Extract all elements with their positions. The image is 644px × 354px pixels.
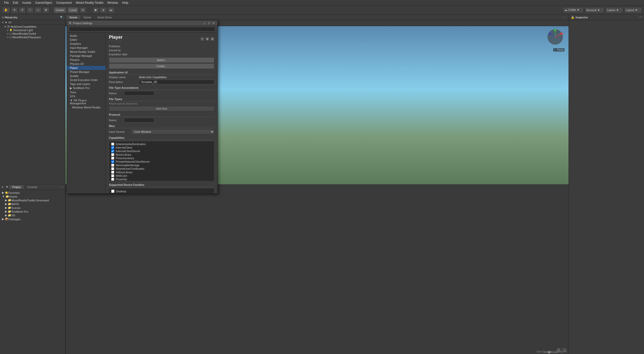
- menu-assets[interactable]: Assets: [20, 1, 33, 5]
- menu-mixed-reality-toolkit[interactable]: Mixed Reality Toolkit: [74, 1, 105, 5]
- hierarchy-item-multiuser[interactable]: ▼ 🎬 MultiUserCapabilities: [0, 25, 65, 28]
- scene-gizmo[interactable]: Y X Z: [546, 28, 567, 48]
- tool-rotate[interactable]: ↺: [19, 7, 26, 13]
- local-button[interactable]: Local: [67, 7, 78, 13]
- cap-videos-library-checkbox[interactable]: [111, 171, 114, 174]
- hierarchy-add-icon[interactable]: +: [2, 21, 4, 24]
- project-item-xr[interactable]: ▶ 📁 XR: [0, 213, 65, 217]
- cap-webcam-checkbox[interactable]: [111, 174, 114, 177]
- cap-pictures-library-checkbox[interactable]: [111, 157, 114, 160]
- sidebar-item-package-manager[interactable]: Package Manager: [67, 54, 106, 58]
- input-source-label: Input Source: [109, 130, 132, 133]
- play-button[interactable]: ▶: [93, 7, 99, 13]
- menu-file[interactable]: File: [2, 1, 11, 5]
- hierarchy-expand-icon[interactable]: ≡: [2, 16, 4, 19]
- project-item-textmesh[interactable]: ▶ 📁 TextMesh Pro: [0, 210, 65, 213]
- sidebar-item-player[interactable]: Player: [67, 66, 106, 70]
- cap-music-library: MusicLibrary: [110, 153, 213, 156]
- add-new-button[interactable]: Add New: [109, 106, 214, 111]
- cap-removable-storage-checkbox[interactable]: [111, 164, 114, 167]
- device-desktop-checkbox[interactable]: [111, 190, 114, 193]
- sidebar-item-graphics[interactable]: Graphics: [67, 42, 106, 46]
- project-menu-icon[interactable]: ⋯: [60, 186, 65, 188]
- cap-music-library-checkbox[interactable]: [111, 153, 114, 156]
- input-source-select[interactable]: Core Window: [132, 129, 214, 134]
- layout-dropdown[interactable]: Layout ▼: [624, 7, 642, 13]
- project-item-mrtk[interactable]: ▶ 📁 MRTK: [0, 202, 65, 206]
- description-input[interactable]: [139, 80, 214, 84]
- hierarchy-filter2[interactable]: ▼: [5, 186, 9, 188]
- scene-menu-icon[interactable]: ⋯: [562, 16, 568, 19]
- hierarchy-item-playspace[interactable]: ▷ ⬡ MixedRealityPlayspace: [0, 35, 65, 39]
- inspector-menu-icon[interactable]: ⋯: [639, 16, 642, 19]
- tab-game[interactable]: Game: [80, 15, 94, 19]
- cap-internet-client-checkbox[interactable]: [111, 146, 114, 149]
- tool-move[interactable]: ✛: [11, 7, 18, 13]
- protocol-name-input[interactable]: [124, 118, 154, 122]
- cap-private-network-checkbox[interactable]: [111, 160, 114, 163]
- hierarchy-add-icon2[interactable]: +: [0, 185, 5, 189]
- sidebar-item-audio[interactable]: Audio: [67, 34, 106, 38]
- menu-component[interactable]: Component: [54, 1, 74, 5]
- tab-asset-store[interactable]: Asset Store: [94, 15, 115, 19]
- sidebar-item-time[interactable]: Time: [67, 90, 106, 94]
- tab-project[interactable]: Project: [9, 185, 24, 189]
- hierarchy-item-directional-light[interactable]: ▷ 💡 Directional Light: [0, 28, 65, 32]
- tool-hand[interactable]: ✋: [2, 7, 10, 13]
- sidebar-item-quality[interactable]: Quality: [67, 74, 106, 78]
- hierarchy-item-mrtk[interactable]: ▷ ⬡ MixedRealityToolkit: [0, 32, 65, 35]
- sidebar-item-script-execution[interactable]: Script Execution Order: [67, 78, 106, 82]
- select-button[interactable]: Select...: [109, 57, 214, 63]
- inspector-lock-icon[interactable]: 🔒: [571, 16, 575, 19]
- create-button[interactable]: Create...: [109, 63, 214, 69]
- player-help-icon[interactable]: ?: [200, 37, 204, 41]
- sidebar-item-mixed-reality[interactable]: Mixed Reality Toolkit: [67, 50, 106, 54]
- project-item-mrtk-gen[interactable]: ▶ 📁 MixedRealityToolkit.Generated: [0, 198, 65, 202]
- dialog-minimize-button[interactable]: _: [203, 21, 206, 25]
- project-item-packages[interactable]: ▶ 📦 Packages: [0, 217, 65, 221]
- tool-rect[interactable]: ▭: [34, 7, 42, 13]
- dialog-close-button[interactable]: ✕: [212, 21, 215, 25]
- sidebar-item-textmesh[interactable]: ▶ TextMesh Pro: [67, 86, 106, 90]
- sidebar-item-xr-plugin[interactable]: ▼ XR Plug-in Management: [67, 98, 106, 105]
- menu-gameobject[interactable]: GameObject: [33, 1, 54, 5]
- layers-dropdown[interactable]: Layers ▼: [605, 7, 623, 13]
- expand-arrow-multiuser[interactable]: ▼: [4, 25, 6, 28]
- project-item-assets[interactable]: ▼ 📁 Assets: [0, 195, 65, 198]
- cap-enterprise-auth-checkbox[interactable]: [111, 143, 114, 146]
- sidebar-item-input-manager[interactable]: Input Manager: [67, 46, 106, 50]
- pause-button[interactable]: ⏸: [100, 7, 107, 13]
- sidebar-item-vfx[interactable]: VFX: [67, 94, 106, 98]
- cap-proximity-checkbox[interactable]: [111, 178, 114, 181]
- sidebar-item-tags-layers[interactable]: Tags and Layers: [67, 82, 106, 86]
- tab-console[interactable]: Console: [24, 185, 41, 189]
- tool-scale[interactable]: ⤡: [27, 7, 33, 13]
- cap-internet-client-server-checkbox[interactable]: [111, 150, 114, 153]
- sidebar-item-physics-2d[interactable]: Physics 2D: [67, 62, 106, 66]
- sidebar-item-preset-manager[interactable]: Preset Manager: [67, 70, 106, 74]
- sidebar-item-windows-mr[interactable]: Windows Mixed Reality: [67, 105, 106, 109]
- extra-tool[interactable]: ⊡: [79, 7, 86, 13]
- sidebar-item-physics[interactable]: Physics: [67, 58, 106, 62]
- expand-arrow-mrtk: ▷: [7, 32, 9, 35]
- project-item-favorites[interactable]: ▶ ⭐ Favorites: [0, 191, 65, 195]
- sidebar-item-editor[interactable]: Editor: [67, 38, 106, 42]
- project-item-scenes[interactable]: ▶ 📁 Scenes: [0, 206, 65, 210]
- step-button[interactable]: ⏭: [107, 7, 115, 13]
- menu-window[interactable]: Window: [105, 1, 120, 5]
- menu-edit[interactable]: Edit: [11, 1, 20, 5]
- cap-shared-user-certs-checkbox[interactable]: [111, 167, 114, 170]
- file-type-name-input[interactable]: [124, 91, 154, 96]
- dialog-search-input[interactable]: [69, 27, 215, 31]
- collab-dropdown[interactable]: ☁ Collab ▼: [563, 7, 584, 13]
- tab-scene[interactable]: Scene: [66, 15, 80, 19]
- account-dropdown[interactable]: Account ▼: [585, 7, 604, 13]
- dialog-maximize-button[interactable]: □: [207, 21, 211, 25]
- tool-transform[interactable]: ⊞: [43, 7, 49, 13]
- menu-help[interactable]: Help: [120, 1, 130, 5]
- center-button[interactable]: Center: [54, 7, 66, 13]
- player-settings-icon[interactable]: ⊞: [205, 37, 209, 41]
- hierarchy-filter-icon[interactable]: ▼: [5, 21, 7, 24]
- player-gear-icon[interactable]: ⚙: [210, 37, 214, 41]
- hierarchy-search-icon[interactable]: 🔍: [60, 16, 63, 19]
